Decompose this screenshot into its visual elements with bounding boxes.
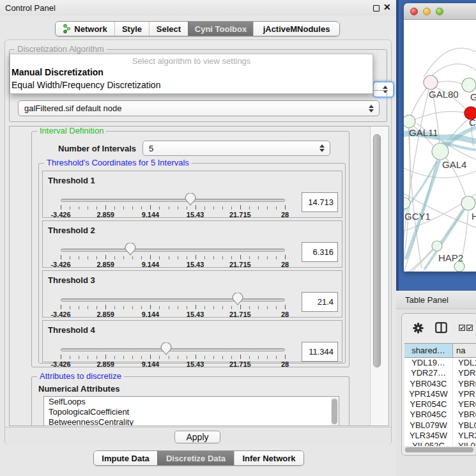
slider-track[interactable] (61, 199, 285, 202)
threshold-slider[interactable]: -3.4262.8599.14415.4321.71528 (61, 342, 285, 367)
close-icon[interactable]: ✕ (383, 2, 391, 12)
tick-label: -3.426 (50, 360, 70, 368)
tick-label: 15.43 (187, 211, 204, 219)
table-row[interactable]: YDR27…YDR27… (404, 368, 476, 378)
network-node-gal4[interactable] (432, 143, 449, 160)
minor-tick (114, 356, 115, 359)
cell-shared-name: YBR043C (404, 379, 453, 389)
dropdown-option-manual-discretization[interactable]: Manual Discretization (12, 67, 104, 77)
table-horizontal-scrollbar[interactable] (404, 447, 476, 453)
major-tick (105, 205, 106, 210)
minor-tick (70, 206, 70, 210)
table-row[interactable]: YBR043CYBR043C (404, 379, 476, 389)
gear-icon[interactable] (413, 323, 424, 334)
network-canvas[interactable]: GAL80GACGAL11GAL4GCY1HHAP2 (404, 20, 476, 272)
minor-tick (204, 356, 205, 359)
cell-shared-name: YBR045C (404, 410, 453, 420)
threshold-value-input[interactable] (302, 292, 338, 312)
scrollbar-thumb[interactable] (405, 447, 473, 452)
tab-select[interactable]: Select (149, 22, 188, 36)
apply-button[interactable]: Apply (174, 431, 220, 443)
tab-cyni-toolbox[interactable]: Cyni Toolbox (188, 22, 253, 36)
network-node-hap2[interactable] (432, 241, 442, 251)
table-data-combobox[interactable]: galFiltered.sif default node (18, 100, 380, 116)
minor-tick (231, 356, 232, 359)
cell-name: YIL052C (453, 441, 476, 446)
slider-track[interactable] (61, 298, 285, 302)
minor-tick (169, 306, 169, 309)
threshold-slider[interactable]: -3.4262.8599.14415.4321.71528 (61, 192, 285, 218)
slider-thumb[interactable] (159, 342, 173, 358)
tab-impute-data[interactable]: Impute Data (94, 451, 157, 465)
table-row[interactable]: YLR345WYLR345W (404, 431, 476, 441)
attributes-group-title: Attributes to discretize (37, 372, 124, 381)
minor-tick (231, 206, 232, 210)
numerical-attributes-list[interactable]: SelfLoopsTopologicalCoefficientBetweenne… (43, 396, 339, 426)
cell-name: YPR145W (453, 389, 476, 399)
control-panel-title: Control Panel (5, 3, 56, 13)
scrollbar-thumb[interactable] (373, 134, 381, 367)
list-item[interactable]: BetweennessCentrality (44, 417, 339, 426)
tab-infer-network[interactable]: Infer Network (234, 451, 303, 465)
close-traffic-light-icon[interactable] (410, 8, 418, 15)
minor-tick (187, 356, 187, 359)
dropdown-option-equal-width-frequency[interactable]: Equal Width/Frequency Discretization (12, 80, 160, 90)
slider-thumb[interactable] (231, 293, 245, 309)
thresholds-group-title: Threshold's Coordinates for 5 Intervals (44, 158, 192, 167)
network-node-gal80[interactable] (424, 75, 438, 89)
table-row[interactable]: YBL079WYBL079W (404, 420, 476, 431)
network-node-gal11[interactable] (404, 115, 415, 128)
cell-shared-name: YBL079W (404, 420, 453, 431)
network-node-h[interactable] (461, 196, 475, 210)
tab-discretize-data[interactable]: Discretize Data (157, 451, 234, 465)
threshold-value-input[interactable] (302, 342, 338, 362)
network-node[interactable] (454, 261, 464, 272)
scrollbar-thumb[interactable] (332, 399, 337, 424)
network-window[interactable]: GAL80GACGAL11GAL4GCY1HHAP2 (404, 3, 476, 272)
column-header-shared-name[interactable]: shared… (404, 344, 453, 357)
threshold-slider[interactable]: -3.4262.8599.14415.4321.71528 (61, 242, 285, 268)
zoom-traffic-light-icon[interactable] (436, 8, 443, 15)
number-of-intervals-combobox[interactable]: 5 (142, 141, 330, 156)
tick-label: 9.144 (142, 211, 160, 219)
minor-tick (267, 206, 268, 210)
tick-label: 2.859 (96, 211, 114, 219)
minor-tick (70, 306, 70, 309)
table-row[interactable]: YBR045CYBR045C (404, 410, 476, 420)
minor-tick (187, 306, 187, 309)
tick-label: -3.426 (50, 211, 70, 219)
column-header-name[interactable]: na (453, 344, 476, 357)
tick-label: 21.715 (229, 261, 251, 268)
table-row[interactable]: YDL19…YDL19… (404, 358, 476, 368)
minor-tick (213, 306, 214, 309)
minor-tick (132, 206, 133, 210)
tab-style[interactable]: Style (114, 22, 149, 36)
major-tick (61, 205, 61, 210)
major-tick (285, 305, 286, 309)
attributes-scrollbar[interactable] (331, 397, 338, 426)
major-tick (105, 255, 106, 259)
threshold-slider[interactable]: -3.4262.8599.14415.4321.71528 (61, 292, 285, 318)
slider-track[interactable] (61, 249, 285, 252)
slider-thumb[interactable] (123, 243, 137, 259)
threshold-value-input[interactable] (302, 192, 338, 212)
minor-tick (114, 306, 115, 309)
list-item[interactable]: SelfLoops (44, 397, 339, 407)
settings-scroll-area: Interval Definition Number of Intervals … (9, 126, 389, 426)
table-row[interactable]: YPR145WYPR145W (404, 389, 476, 399)
columns-icon[interactable] (435, 322, 447, 334)
minor-tick (178, 356, 178, 359)
checkbox-icon[interactable] (466, 325, 473, 331)
slider-thumb[interactable] (183, 193, 197, 209)
list-item[interactable]: TopologicalCoefficient (44, 407, 339, 417)
table-row[interactable]: YER054CYER054C (404, 399, 476, 410)
minimize-traffic-light-icon[interactable] (423, 8, 431, 15)
float-window-icon[interactable] (373, 5, 380, 12)
main-scrollbar[interactable] (370, 127, 389, 426)
network-node-ga[interactable] (462, 78, 476, 92)
checkbox-icon[interactable] (459, 325, 465, 331)
tab-network[interactable]: Network (56, 22, 114, 36)
threshold-value-input[interactable] (302, 242, 338, 262)
table-row[interactable]: YIL052CYIL052C (404, 441, 476, 446)
tab-jactivemnodules[interactable]: jActiveMNodules (253, 22, 339, 36)
